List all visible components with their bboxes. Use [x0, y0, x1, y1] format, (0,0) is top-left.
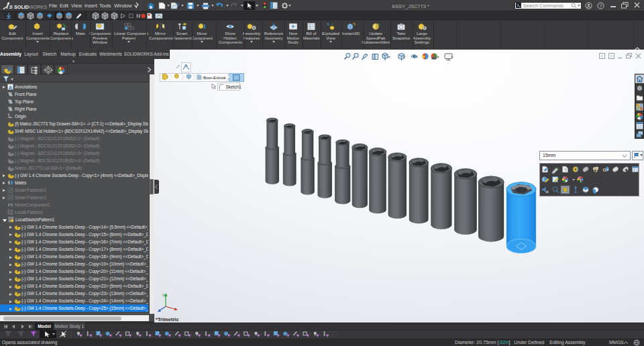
svg-text:A: A — [9, 84, 13, 90]
svg-text:?: ? — [599, 3, 602, 9]
svg-text:S: S — [9, 4, 13, 10]
svg-text:?: ? — [564, 168, 567, 172]
svg-text:y: y — [162, 292, 164, 296]
svg-text:SOLIDWORKS: SOLIDWORKS — [14, 4, 47, 10]
